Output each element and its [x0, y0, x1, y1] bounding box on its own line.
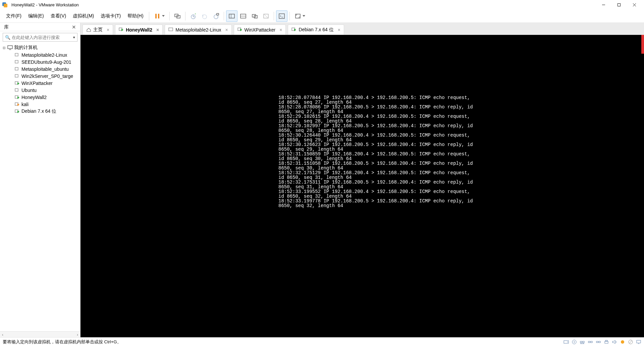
- sound-icon[interactable]: [612, 339, 617, 345]
- tab[interactable]: WinXPattacker×: [234, 24, 286, 35]
- printer-icon[interactable]: [604, 339, 609, 345]
- svg-rect-62: [596, 341, 598, 343]
- maximize-button[interactable]: [611, 0, 627, 9]
- network2-icon[interactable]: [588, 339, 593, 345]
- vm-icon: [15, 88, 19, 93]
- sidebar-item[interactable]: HoneyWall2: [0, 94, 80, 101]
- content-area: 主页×HoneyWall2×Metasploitable2-Linux×WinX…: [80, 23, 644, 337]
- sidebar-item-label: Debian 7.x 64 位: [21, 108, 56, 114]
- vmtools-icon[interactable]: [620, 339, 625, 345]
- sidebar-scrollbar[interactable]: ‹ ›: [0, 331, 80, 337]
- search-icon: 🔍: [5, 35, 10, 40]
- library-close-button[interactable]: ✕: [70, 24, 77, 30]
- suspend-button[interactable]: [151, 10, 167, 22]
- vm-console[interactable]: 18:52:28.077844 IP 192.168.200.4 > 192.1…: [80, 35, 644, 337]
- svg-rect-70: [637, 340, 641, 343]
- collapse-icon[interactable]: ⊟: [2, 46, 6, 50]
- tab[interactable]: 主页×: [83, 24, 113, 35]
- tab-close-button[interactable]: ×: [107, 27, 109, 33]
- sidebar-item[interactable]: kali: [0, 101, 80, 108]
- sidebar-item-label: Metasploitable_ubuntu: [21, 66, 69, 72]
- svg-rect-33: [15, 67, 18, 70]
- svg-marker-41: [17, 103, 19, 106]
- svg-point-67: [621, 340, 624, 344]
- tab[interactable]: Debian 7.x 64 位×: [288, 24, 344, 35]
- library-search[interactable]: 🔍 ▾: [3, 33, 77, 42]
- view-unity-button[interactable]: [249, 10, 260, 22]
- svg-rect-6: [155, 14, 157, 18]
- sidebar-item[interactable]: SEEDUbuntu9-Aug-201: [0, 58, 80, 65]
- tab-icon: [237, 27, 243, 32]
- vm-icon: [15, 67, 19, 71]
- network3-icon[interactable]: [596, 339, 601, 345]
- tab-close-button[interactable]: ×: [225, 27, 228, 33]
- display-icon[interactable]: [636, 339, 641, 345]
- svg-rect-55: [580, 341, 582, 343]
- cd-icon[interactable]: [572, 339, 577, 345]
- fullscreen-button[interactable]: [292, 10, 308, 22]
- menu-edit[interactable]: 编辑(E): [25, 12, 47, 20]
- svg-rect-60: [588, 341, 590, 343]
- menu-tabs[interactable]: 选项卡(T): [97, 12, 124, 20]
- menu-help[interactable]: 帮助(H): [124, 12, 147, 20]
- scroll-right-icon[interactable]: ›: [75, 333, 79, 337]
- svg-marker-48: [240, 29, 242, 31]
- sidebar-item[interactable]: WinXPattacker: [0, 80, 80, 87]
- svg-marker-45: [121, 29, 123, 31]
- tab[interactable]: HoneyWall2×: [115, 24, 163, 35]
- view-console-button[interactable]: [237, 10, 249, 22]
- view-exclusive-button[interactable]: [260, 10, 272, 22]
- snapshot-revert-button[interactable]: [199, 10, 210, 22]
- sidebar-item[interactable]: Metasploitable2-Linux: [0, 51, 80, 58]
- search-input[interactable]: [12, 35, 72, 40]
- svg-point-15: [214, 15, 218, 19]
- tab-close-button[interactable]: ×: [279, 27, 282, 33]
- sidebar-item-label: HoneyWall2: [21, 95, 47, 100]
- svg-rect-17: [229, 14, 234, 18]
- search-dropdown-icon[interactable]: ▾: [73, 35, 75, 40]
- sidebar-item[interactable]: Debian 7.x 64 位: [0, 108, 80, 115]
- tab-close-button[interactable]: ×: [338, 27, 340, 33]
- svg-rect-65: [605, 340, 607, 341]
- console-scrollbar[interactable]: [641, 35, 644, 54]
- svg-line-24: [264, 14, 268, 18]
- sidebar-item[interactable]: Ubuntu: [0, 87, 80, 94]
- encryption-icon[interactable]: [628, 339, 633, 345]
- menu-view[interactable]: 查看(V): [47, 12, 70, 20]
- tree-root[interactable]: ⊟ 我的计算机: [0, 44, 80, 51]
- svg-rect-28: [8, 46, 12, 49]
- show-console-button[interactable]: [276, 10, 287, 22]
- snapshot-manager-button[interactable]: [210, 10, 222, 22]
- svg-marker-43: [17, 110, 19, 113]
- svg-rect-1: [4, 4, 7, 7]
- sidebar-item-label: WinXPattacker: [21, 81, 53, 86]
- sidebar-item[interactable]: Win2kServer_SP0_targe: [0, 72, 80, 80]
- view-single-button[interactable]: [226, 10, 237, 22]
- snapshot-take-button[interactable]: +: [187, 10, 199, 22]
- vm-icon: [15, 53, 19, 57]
- status-text: 要将输入定向到该虚拟机，请在虚拟机内部单击或按 Ctrl+G。: [3, 339, 121, 345]
- close-button[interactable]: [627, 0, 642, 9]
- sidebar-item-label: SEEDUbuntu9-Aug-201: [21, 59, 71, 65]
- sidebar-item-label: Ubuntu: [21, 88, 37, 93]
- toolbar-separator: [185, 12, 185, 20]
- send-keys-button[interactable]: [172, 10, 183, 22]
- network-icon[interactable]: [580, 339, 585, 345]
- tab[interactable]: Metasploitable2-Linux×: [165, 24, 231, 35]
- svg-rect-64: [605, 341, 608, 343]
- svg-rect-32: [15, 60, 18, 63]
- status-device-icons: [564, 339, 641, 345]
- disk-icon[interactable]: [564, 339, 569, 345]
- svg-rect-37: [15, 89, 18, 91]
- tab-label: Debian 7.x 64 位: [299, 27, 333, 33]
- tab-icon: [168, 27, 173, 32]
- svg-rect-21: [252, 14, 256, 17]
- tab-icon: [291, 27, 297, 32]
- tab-label: WinXPattacker: [245, 27, 276, 33]
- minimize-button[interactable]: [596, 0, 611, 9]
- tab-close-button[interactable]: ×: [156, 27, 159, 33]
- menu-vm[interactable]: 虚拟机(M): [69, 12, 97, 20]
- menu-file[interactable]: 文件(F): [3, 12, 25, 20]
- scroll-left-icon[interactable]: ‹: [1, 333, 5, 337]
- sidebar-item[interactable]: Metasploitable_ubuntu: [0, 65, 80, 72]
